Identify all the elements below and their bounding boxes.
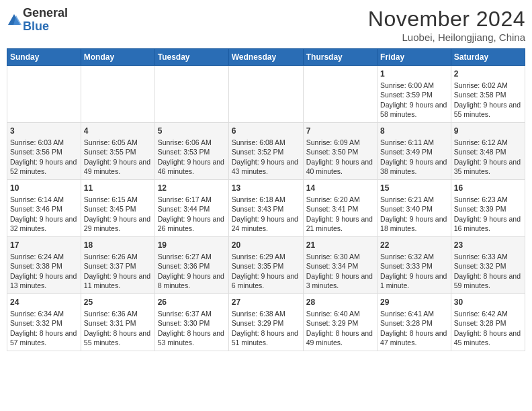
calendar-cell: 16Sunrise: 6:23 AM Sunset: 3:39 PM Dayli…: [451, 180, 525, 237]
day-detail: Sunrise: 6:11 AM Sunset: 3:49 PM Dayligh…: [380, 138, 448, 176]
calendar-cell: 28Sunrise: 6:40 AM Sunset: 3:29 PM Dayli…: [303, 294, 377, 351]
calendar-cell: 13Sunrise: 6:18 AM Sunset: 3:43 PM Dayli…: [228, 180, 303, 237]
day-number: 6: [232, 126, 300, 136]
day-number: 23: [454, 240, 522, 250]
calendar-week-row: 3Sunrise: 6:03 AM Sunset: 3:56 PM Daylig…: [7, 123, 525, 180]
calendar-cell: 7Sunrise: 6:09 AM Sunset: 3:50 PM Daylig…: [303, 123, 377, 180]
day-number: 29: [380, 297, 448, 308]
day-detail: Sunrise: 6:32 AM Sunset: 3:33 PM Dayligh…: [380, 252, 448, 290]
calendar-cell: 5Sunrise: 6:06 AM Sunset: 3:53 PM Daylig…: [154, 123, 228, 180]
calendar-cell: 8Sunrise: 6:11 AM Sunset: 3:49 PM Daylig…: [378, 123, 451, 180]
day-number: 13: [232, 183, 300, 193]
logo-blue-text: Blue: [23, 20, 68, 34]
day-detail: Sunrise: 6:20 AM Sunset: 3:41 PM Dayligh…: [306, 195, 374, 233]
day-number: 8: [380, 126, 448, 136]
calendar-cell: 20Sunrise: 6:29 AM Sunset: 3:35 PM Dayli…: [228, 237, 303, 294]
calendar-title: November 2024: [368, 7, 525, 32]
weekday-header-saturday: Saturday: [451, 49, 525, 66]
calendar-header-row: SundayMondayTuesdayWednesdayThursdayFrid…: [7, 49, 525, 66]
weekday-header-monday: Monday: [81, 49, 154, 66]
calendar-cell: 30Sunrise: 6:42 AM Sunset: 3:28 PM Dayli…: [451, 294, 525, 351]
day-detail: Sunrise: 6:37 AM Sunset: 3:30 PM Dayligh…: [158, 309, 226, 347]
calendar-cell: 4Sunrise: 6:05 AM Sunset: 3:55 PM Daylig…: [81, 123, 154, 180]
day-detail: Sunrise: 6:33 AM Sunset: 3:32 PM Dayligh…: [454, 252, 522, 290]
day-detail: Sunrise: 6:41 AM Sunset: 3:28 PM Dayligh…: [380, 309, 448, 347]
day-number: 25: [84, 297, 152, 308]
day-number: 4: [84, 126, 152, 136]
calendar-cell: 23Sunrise: 6:33 AM Sunset: 3:32 PM Dayli…: [451, 237, 525, 294]
day-detail: Sunrise: 6:08 AM Sunset: 3:52 PM Dayligh…: [232, 138, 300, 176]
day-number: 1: [380, 68, 448, 79]
day-number: 22: [380, 240, 448, 250]
day-number: 2: [454, 68, 522, 79]
logo: General Blue: [7, 7, 68, 34]
day-number: 27: [232, 297, 300, 308]
day-detail: Sunrise: 6:38 AM Sunset: 3:29 PM Dayligh…: [232, 309, 300, 347]
title-area: November 2024 Luobei, Heilongjiang, Chin…: [368, 7, 525, 43]
calendar-cell: [228, 66, 303, 123]
calendar-cell: 10Sunrise: 6:14 AM Sunset: 3:46 PM Dayli…: [7, 180, 81, 237]
calendar-cell: 9Sunrise: 6:12 AM Sunset: 3:48 PM Daylig…: [451, 123, 525, 180]
day-detail: Sunrise: 6:09 AM Sunset: 3:50 PM Dayligh…: [306, 138, 374, 176]
calendar-cell: 15Sunrise: 6:21 AM Sunset: 3:40 PM Dayli…: [378, 180, 451, 237]
day-number: 11: [84, 183, 152, 193]
day-detail: Sunrise: 6:30 AM Sunset: 3:34 PM Dayligh…: [306, 252, 374, 290]
calendar-cell: 26Sunrise: 6:37 AM Sunset: 3:30 PM Dayli…: [154, 294, 228, 351]
calendar-cell: [7, 66, 81, 123]
day-detail: Sunrise: 6:23 AM Sunset: 3:39 PM Dayligh…: [454, 195, 522, 233]
calendar-cell: 22Sunrise: 6:32 AM Sunset: 3:33 PM Dayli…: [378, 237, 451, 294]
day-detail: Sunrise: 6:15 AM Sunset: 3:45 PM Dayligh…: [84, 195, 152, 233]
day-detail: Sunrise: 6:26 AM Sunset: 3:37 PM Dayligh…: [84, 252, 152, 290]
day-number: 15: [380, 183, 448, 193]
day-number: 10: [10, 183, 78, 193]
weekday-header-wednesday: Wednesday: [228, 49, 303, 66]
day-detail: Sunrise: 6:17 AM Sunset: 3:44 PM Dayligh…: [158, 195, 226, 233]
day-number: 26: [158, 297, 226, 308]
day-number: 30: [454, 297, 522, 308]
day-number: 21: [306, 240, 374, 250]
weekday-header-sunday: Sunday: [7, 49, 81, 66]
calendar-cell: 14Sunrise: 6:20 AM Sunset: 3:41 PM Dayli…: [303, 180, 377, 237]
day-number: 16: [454, 183, 522, 193]
calendar-cell: 24Sunrise: 6:34 AM Sunset: 3:32 PM Dayli…: [7, 294, 81, 351]
header: General Blue November 2024 Luobei, Heilo…: [7, 7, 525, 43]
calendar-cell: [154, 66, 228, 123]
day-detail: Sunrise: 6:02 AM Sunset: 3:58 PM Dayligh…: [454, 81, 522, 119]
weekday-header-thursday: Thursday: [303, 49, 377, 66]
calendar-week-row: 1Sunrise: 6:00 AM Sunset: 3:59 PM Daylig…: [7, 66, 525, 123]
calendar-cell: 25Sunrise: 6:36 AM Sunset: 3:31 PM Dayli…: [81, 294, 154, 351]
calendar-cell: [81, 66, 154, 123]
day-number: 19: [158, 240, 226, 250]
day-detail: Sunrise: 6:40 AM Sunset: 3:29 PM Dayligh…: [306, 309, 374, 347]
day-number: 24: [10, 297, 78, 308]
day-detail: Sunrise: 6:24 AM Sunset: 3:38 PM Dayligh…: [10, 252, 78, 290]
calendar-cell: [303, 66, 377, 123]
day-detail: Sunrise: 6:27 AM Sunset: 3:36 PM Dayligh…: [158, 252, 226, 290]
day-detail: Sunrise: 6:06 AM Sunset: 3:53 PM Dayligh…: [158, 138, 226, 176]
calendar-table: SundayMondayTuesdayWednesdayThursdayFrid…: [7, 48, 525, 351]
day-detail: Sunrise: 6:12 AM Sunset: 3:48 PM Dayligh…: [454, 138, 522, 176]
day-detail: Sunrise: 6:03 AM Sunset: 3:56 PM Dayligh…: [10, 138, 78, 176]
calendar-cell: 21Sunrise: 6:30 AM Sunset: 3:34 PM Dayli…: [303, 237, 377, 294]
logo-general-text: General: [23, 7, 68, 20]
calendar-cell: 18Sunrise: 6:26 AM Sunset: 3:37 PM Dayli…: [81, 237, 154, 294]
calendar-cell: 12Sunrise: 6:17 AM Sunset: 3:44 PM Dayli…: [154, 180, 228, 237]
day-number: 3: [10, 126, 78, 136]
day-detail: Sunrise: 6:29 AM Sunset: 3:35 PM Dayligh…: [232, 252, 300, 290]
calendar-week-row: 17Sunrise: 6:24 AM Sunset: 3:38 PM Dayli…: [7, 237, 525, 294]
day-number: 18: [84, 240, 152, 250]
calendar-cell: 11Sunrise: 6:15 AM Sunset: 3:45 PM Dayli…: [81, 180, 154, 237]
weekday-header-tuesday: Tuesday: [154, 49, 228, 66]
calendar-cell: 6Sunrise: 6:08 AM Sunset: 3:52 PM Daylig…: [228, 123, 303, 180]
calendar-cell: 29Sunrise: 6:41 AM Sunset: 3:28 PM Dayli…: [378, 294, 451, 351]
day-number: 9: [454, 126, 522, 136]
calendar-cell: 19Sunrise: 6:27 AM Sunset: 3:36 PM Dayli…: [154, 237, 228, 294]
day-detail: Sunrise: 6:05 AM Sunset: 3:55 PM Dayligh…: [84, 138, 152, 176]
calendar-cell: 1Sunrise: 6:00 AM Sunset: 3:59 PM Daylig…: [378, 66, 451, 123]
day-number: 12: [158, 183, 226, 193]
day-detail: Sunrise: 6:00 AM Sunset: 3:59 PM Dayligh…: [380, 81, 448, 119]
day-number: 28: [306, 297, 374, 308]
logo-icon: [7, 13, 21, 28]
day-number: 17: [10, 240, 78, 250]
day-number: 14: [306, 183, 374, 193]
